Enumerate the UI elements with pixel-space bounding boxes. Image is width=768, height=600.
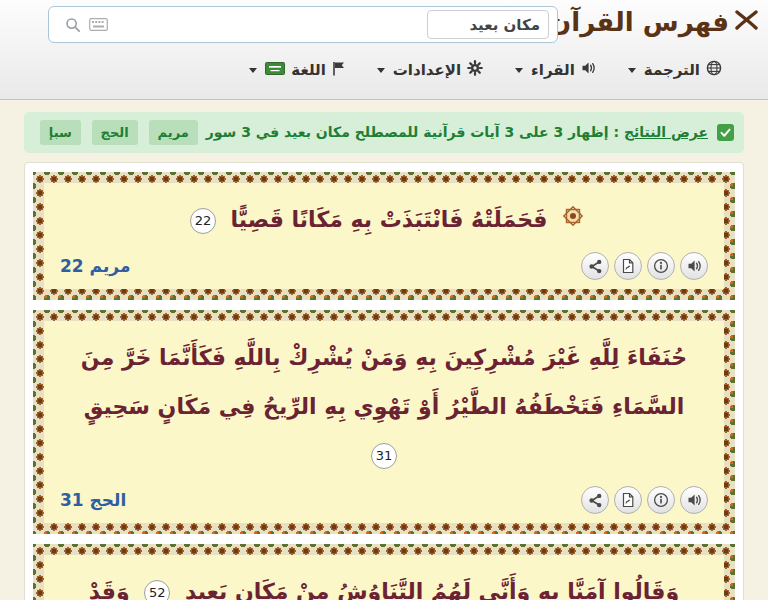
ayah-text: حُنَفَاءَ لِلَّهِ غَيْرَ مُشْرِكِينَ بِه… xyxy=(81,345,687,418)
sura-tag-maryam[interactable]: مريم xyxy=(149,120,198,145)
gear-icon xyxy=(467,60,483,80)
verse-card-saba-52-53: وَقَالُوا آمَنَّا بِهِ وَأَنَّى لَهُمُ ا… xyxy=(33,544,735,600)
verse-text: وَقَالُوا آمَنَّا بِهِ وَأَنَّى لَهُمُ ا… xyxy=(60,568,708,600)
nav-label-translation: الترجمة xyxy=(644,61,700,79)
verse-card-inner: وَقَالُوا آمَنَّا بِهِ وَأَنَّى لَهُمُ ا… xyxy=(44,555,724,600)
card-footer: مريم 22 xyxy=(60,252,708,280)
info-button[interactable] xyxy=(647,486,675,514)
card-actions xyxy=(581,486,708,514)
nav-item-language[interactable]: اللغة xyxy=(249,61,344,80)
share-button[interactable] xyxy=(581,486,609,514)
flag-icon xyxy=(332,61,345,80)
sura-tag-alhajj[interactable]: الحج xyxy=(92,120,138,145)
results-banner: عرض النتائج : إظهار 3 على 3 آيات قرآنية … xyxy=(24,112,744,153)
globe-icon xyxy=(706,60,722,80)
search-term: مكان بعيد xyxy=(284,124,350,140)
logo-text: فهرس القرآن xyxy=(549,7,729,37)
main-nav: الترجمة القراء xyxy=(249,60,722,80)
audio-button[interactable] xyxy=(680,252,708,280)
nav-item-translation[interactable]: الترجمة xyxy=(628,60,722,80)
ayah-text: وَقَالُوا آمَنَّا بِهِ وَأَنَّى لَهُمُ ا… xyxy=(185,579,679,600)
chevron-down-icon xyxy=(249,68,257,73)
ayah-number: 31 xyxy=(371,443,397,469)
chevron-down-icon xyxy=(515,68,523,73)
verse-card-inner: حُنَفَاءَ لِلَّهِ غَيْرَ مُشْرِكِينَ بِه… xyxy=(44,321,724,523)
rub-el-hizb-icon xyxy=(553,208,585,233)
header: فهرس القرآن xyxy=(0,0,768,100)
ayah-number: 52 xyxy=(144,580,170,600)
chevron-down-icon xyxy=(628,68,636,73)
audio-button[interactable] xyxy=(680,486,708,514)
card-footer: الحج 31 xyxy=(60,486,708,514)
results-link[interactable]: عرض النتائج xyxy=(624,124,708,140)
verse-card-maryam-22: فَحَمَلَتْهُ فَانْتَبَذَتْ بِهِ مَكَانًا… xyxy=(33,172,735,300)
site-logo[interactable]: فهرس القرآن xyxy=(549,7,758,37)
ayah-number: 22 xyxy=(190,208,216,234)
verse-card-inner: فَحَمَلَتْهُ فَانْتَبَذَتْ بِهِ مَكَانًا… xyxy=(44,183,724,289)
verse-card-alhajj-31: حُنَفَاءَ لِلَّهِ غَيْرَ مُشْرِكِينَ بِه… xyxy=(33,310,735,534)
nav-label-settings: الإعدادات xyxy=(393,61,461,79)
chevron-down-icon xyxy=(377,68,385,73)
sura-tag-saba[interactable]: سبإ xyxy=(40,120,81,145)
share-button[interactable] xyxy=(581,252,609,280)
nav-item-settings[interactable]: الإعدادات xyxy=(377,60,483,80)
results-text-mid: : إظهار 3 على 3 آيات قرآنية للمصطلح xyxy=(355,124,619,140)
pdf-button[interactable] xyxy=(614,252,642,280)
nav-label-language: اللغة xyxy=(291,61,325,79)
sura-link-maryam-22[interactable]: مريم 22 xyxy=(60,256,130,276)
search-bar xyxy=(48,6,558,43)
ayah-text: فَحَمَلَتْهُ فَانْتَبَذَتْ بِهِ مَكَانًا… xyxy=(231,207,548,232)
search-icon[interactable] xyxy=(65,17,81,33)
verse-text: حُنَفَاءَ لِلَّهِ غَيْرَ مُشْرِكِينَ بِه… xyxy=(60,334,708,479)
results-summary: عرض النتائج : إظهار 3 على 3 آيات قرآنية … xyxy=(37,120,708,145)
verse-text: فَحَمَلَتْهُ فَانْتَبَذَتْ بِهِ مَكَانًا… xyxy=(60,196,708,245)
quran-book-icon xyxy=(734,7,758,37)
nav-item-readers[interactable]: القراء xyxy=(515,61,596,79)
sura-link-alhajj-31[interactable]: الحج 31 xyxy=(60,490,126,510)
nav-label-readers: القراء xyxy=(531,61,575,79)
saudi-flag-icon xyxy=(265,61,285,79)
speaker-icon xyxy=(581,61,596,79)
pdf-button[interactable] xyxy=(614,486,642,514)
info-button[interactable] xyxy=(647,252,675,280)
search-input[interactable] xyxy=(427,10,549,39)
results-panel: فَحَمَلَتْهُ فَانْتَبَذَتْ بِهِ مَكَانًا… xyxy=(24,162,744,600)
results-text-after: في 3 سور xyxy=(206,124,279,140)
show-results-checkbox[interactable] xyxy=(717,124,734,141)
card-actions xyxy=(581,252,708,280)
keyboard-icon[interactable] xyxy=(89,18,108,31)
